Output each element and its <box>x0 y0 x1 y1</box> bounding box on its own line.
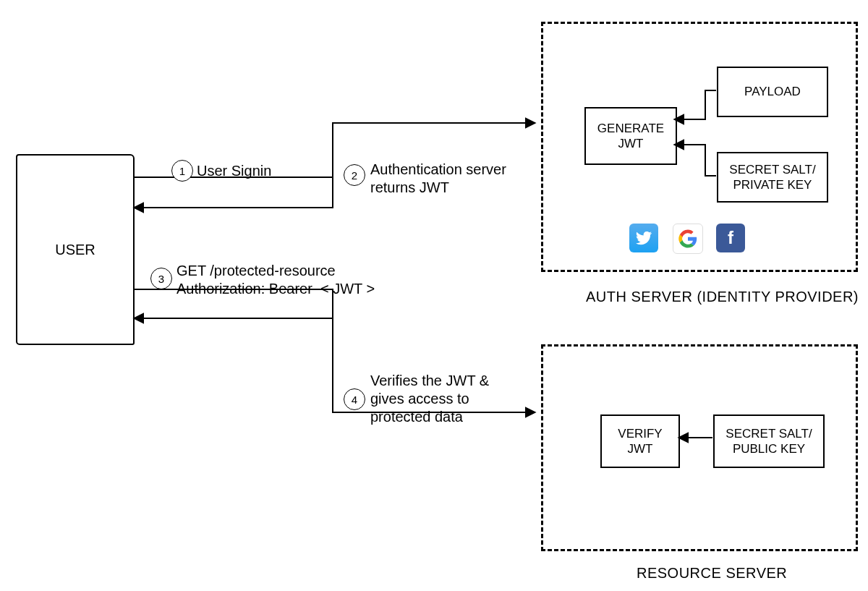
verify-jwt-label: VERIFY JWT <box>618 426 662 457</box>
secret-private-box: SECRET SALT/ PRIVATE KEY <box>717 152 828 203</box>
resource-server-title: RESOURCE SERVER <box>637 564 787 582</box>
step-3-label: GET /protected-resource Authorization: B… <box>176 262 375 298</box>
step-2-badge: 2 <box>344 164 365 186</box>
step-1-badge: 1 <box>171 160 193 182</box>
facebook-icon: f <box>716 224 745 252</box>
generate-jwt-box: GENERATE JWT <box>584 107 677 165</box>
twitter-icon <box>629 224 658 252</box>
payload-box: PAYLOAD <box>717 67 828 117</box>
step-3-num: 3 <box>158 273 164 285</box>
google-icon <box>673 224 703 254</box>
generate-jwt-label: GENERATE JWT <box>597 121 664 152</box>
user-box: USER <box>16 154 135 345</box>
user-label: USER <box>55 241 95 259</box>
secret-public-label: SECRET SALT/ PUBLIC KEY <box>726 426 812 457</box>
verify-jwt-box: VERIFY JWT <box>600 414 680 468</box>
step-3-badge: 3 <box>150 268 172 289</box>
secret-public-box: SECRET SALT/ PUBLIC KEY <box>713 414 825 468</box>
step-1-label: User Signin <box>197 162 271 180</box>
payload-label: PAYLOAD <box>744 84 801 99</box>
step-2-num: 2 <box>352 169 357 182</box>
step-4-num: 4 <box>352 394 357 406</box>
step-2-label: Authentication server returns JWT <box>370 161 506 197</box>
secret-private-label: SECRET SALT/ PRIVATE KEY <box>729 162 815 193</box>
step-4-label: Verifies the JWT & gives access to prote… <box>370 372 489 426</box>
step-4-badge: 4 <box>344 388 365 410</box>
step-1-num: 1 <box>179 165 185 177</box>
auth-server-title: AUTH SERVER (IDENTITY PROVIDER) <box>586 288 859 306</box>
